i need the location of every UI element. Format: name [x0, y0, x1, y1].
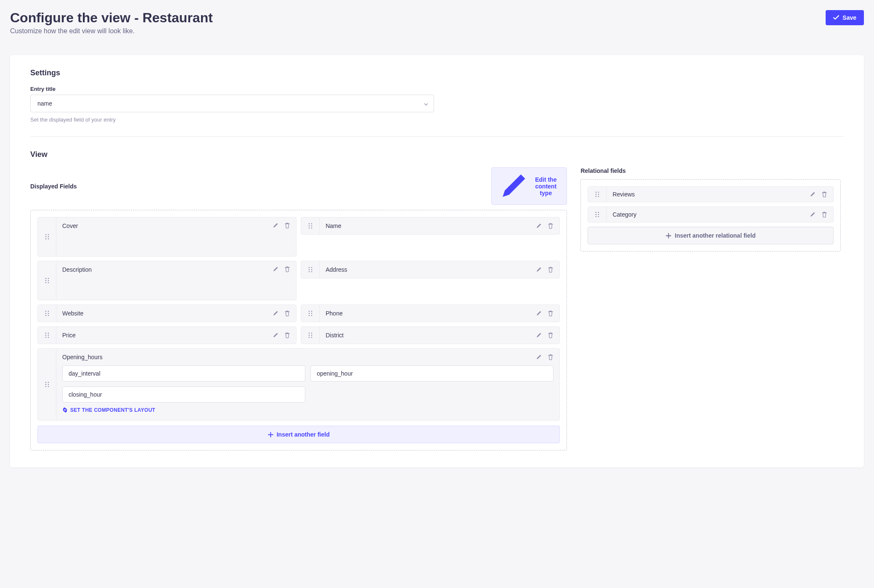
- delete-field-button[interactable]: [548, 332, 554, 338]
- trash-icon: [548, 310, 554, 316]
- divider: [30, 136, 844, 137]
- plus-icon: [666, 233, 671, 238]
- displayed-fields-container: Cover Name: [30, 210, 567, 450]
- relational-fields-label: Relational fields: [580, 167, 625, 174]
- entry-title-select[interactable]: name: [30, 95, 434, 112]
- plus-icon: [268, 432, 273, 437]
- check-icon: [833, 15, 839, 21]
- drag-handle[interactable]: [588, 207, 607, 222]
- displayed-fields-label: Displayed Fields: [30, 183, 77, 190]
- field-name: Name: [326, 222, 341, 229]
- pencil-icon: [536, 310, 542, 316]
- delete-field-button[interactable]: [284, 310, 290, 316]
- field-name: Phone: [326, 310, 342, 317]
- pencil-icon: [536, 267, 542, 273]
- trash-icon: [821, 191, 827, 197]
- field-card-name: Name: [301, 217, 560, 235]
- trash-icon: [284, 332, 290, 338]
- pencil-icon: [273, 332, 278, 338]
- relational-name: Reviews: [612, 191, 635, 198]
- set-component-layout-link[interactable]: Set the component's layout: [62, 407, 155, 413]
- drag-handle[interactable]: [588, 187, 607, 202]
- delete-field-button[interactable]: [284, 266, 290, 272]
- save-button[interactable]: Save: [826, 10, 864, 25]
- config-panel: Settings Entry title name Set the displa…: [10, 55, 864, 467]
- field-card-district: District: [301, 326, 560, 344]
- trash-icon: [548, 267, 554, 273]
- field-name: Opening_hours: [62, 354, 103, 360]
- component-subfield[interactable]: closing_hour: [62, 387, 305, 403]
- drag-handle[interactable]: [38, 327, 56, 344]
- edit-field-button[interactable]: [536, 354, 542, 360]
- field-name: Cover: [62, 222, 78, 229]
- pencil-icon: [273, 310, 278, 316]
- view-heading: View: [30, 150, 844, 159]
- page-title: Configure the view - Restaurant: [10, 10, 213, 26]
- page-subtitle: Customize how the edit view will look li…: [10, 27, 213, 35]
- relational-item-category: Category: [588, 207, 834, 222]
- field-card-address: Address: [301, 261, 560, 278]
- edit-field-button[interactable]: [273, 266, 278, 272]
- field-card-website: Website: [37, 305, 297, 322]
- edit-field-button[interactable]: [273, 332, 278, 338]
- insert-field-label: Insert another field: [277, 431, 330, 438]
- drag-handle[interactable]: [38, 217, 56, 256]
- edit-relational-button[interactable]: [810, 212, 816, 217]
- edit-field-button[interactable]: [536, 223, 542, 229]
- edit-content-type-label: Edit the content type: [532, 176, 560, 196]
- field-name: Website: [62, 310, 83, 317]
- entry-title-helper: Set the displayed field of your entry: [30, 117, 844, 123]
- pencil-icon: [810, 191, 816, 197]
- drag-handle[interactable]: [38, 261, 56, 300]
- save-button-label: Save: [842, 14, 856, 21]
- drag-handle[interactable]: [301, 327, 320, 344]
- insert-relational-label: Insert another relational field: [675, 232, 755, 239]
- delete-field-button[interactable]: [548, 310, 554, 316]
- trash-icon: [548, 223, 554, 229]
- drag-handle[interactable]: [301, 305, 320, 322]
- edit-field-button[interactable]: [536, 267, 542, 273]
- edit-field-button[interactable]: [273, 222, 278, 228]
- drag-handle[interactable]: [301, 261, 320, 278]
- field-name: Price: [62, 332, 76, 339]
- component-subfield[interactable]: opening_hour: [310, 366, 554, 381]
- field-card-opening-hours: Opening_hours day_interval opening_hour …: [37, 348, 560, 421]
- trash-icon: [821, 212, 827, 217]
- delete-field-button[interactable]: [548, 267, 554, 273]
- trash-icon: [284, 310, 290, 316]
- relational-fields-container: Reviews Category: [580, 179, 841, 252]
- field-name: District: [326, 332, 344, 339]
- field-name: Description: [62, 266, 92, 273]
- relational-name: Category: [612, 211, 636, 218]
- field-card-phone: Phone: [301, 305, 560, 322]
- pencil-icon: [536, 354, 542, 360]
- pencil-icon: [536, 223, 542, 229]
- edit-field-button[interactable]: [273, 310, 278, 316]
- insert-relational-button[interactable]: Insert another relational field: [588, 227, 834, 244]
- delete-field-button[interactable]: [548, 354, 554, 360]
- field-card-cover: Cover: [37, 217, 297, 257]
- insert-field-button[interactable]: Insert another field: [37, 426, 560, 443]
- edit-field-button[interactable]: [536, 310, 542, 316]
- delete-relational-button[interactable]: [821, 212, 827, 217]
- delete-field-button[interactable]: [548, 223, 554, 229]
- drag-handle[interactable]: [301, 217, 320, 234]
- edit-relational-button[interactable]: [810, 191, 816, 197]
- trash-icon: [284, 222, 290, 228]
- pencil-icon: [498, 171, 528, 201]
- pencil-icon: [273, 266, 278, 272]
- delete-field-button[interactable]: [284, 222, 290, 228]
- delete-relational-button[interactable]: [821, 191, 827, 197]
- component-subfield[interactable]: day_interval: [62, 366, 305, 381]
- delete-field-button[interactable]: [284, 332, 290, 338]
- field-name: Address: [326, 266, 347, 273]
- field-card-description: Description: [37, 261, 297, 300]
- drag-handle[interactable]: [38, 349, 56, 420]
- drag-handle[interactable]: [38, 305, 56, 322]
- edit-content-type-button[interactable]: Edit the content type: [491, 167, 567, 205]
- field-card-price: Price: [37, 326, 297, 344]
- trash-icon: [284, 266, 290, 272]
- pencil-icon: [810, 212, 816, 217]
- pencil-icon: [536, 332, 542, 338]
- edit-field-button[interactable]: [536, 332, 542, 338]
